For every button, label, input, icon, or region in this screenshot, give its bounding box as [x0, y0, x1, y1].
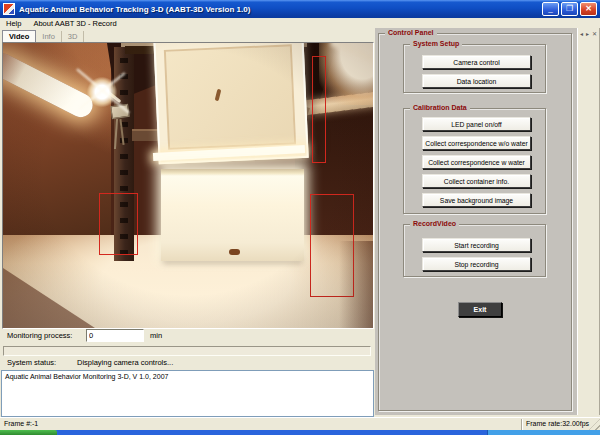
video-feed: [2, 42, 374, 329]
frame-number: Frame #:-1: [4, 420, 38, 427]
menu-help[interactable]: Help: [0, 19, 27, 28]
exit-button[interactable]: Exit: [458, 302, 502, 317]
resize-grip[interactable]: [589, 419, 600, 430]
collect-correspondence-w-water-button[interactable]: Collect correspondence w water: [422, 155, 531, 169]
camera-control-button[interactable]: Camera control: [422, 55, 531, 69]
title-bar: Aquatic Animal Behavior Tracking 3-D (AA…: [0, 0, 600, 18]
tab-strip: Video Info 3D: [2, 29, 84, 42]
collect-correspondence-wo-water-button[interactable]: Collect correspondence w/o water: [422, 136, 531, 150]
maximize-button[interactable]: ❐: [561, 2, 578, 16]
monitoring-unit: min: [150, 331, 162, 340]
tracking-region: [312, 56, 326, 163]
panel-next-icon[interactable]: ▸: [586, 30, 589, 37]
app-icon: [3, 3, 15, 15]
frame-rate: Frame rate:32.00fps: [526, 420, 589, 427]
tab-video[interactable]: Video: [2, 30, 36, 42]
minimize-button[interactable]: _: [542, 2, 559, 16]
app-window: Aquatic Animal Behavior Tracking 3-D (AA…: [0, 0, 600, 435]
led-panel-button[interactable]: LED panel on/off: [422, 117, 531, 131]
menu-bar: Help About AABT 3D - Record: [0, 18, 600, 28]
stop-recording-button[interactable]: Stop recording: [422, 257, 531, 271]
tab-info[interactable]: Info: [36, 31, 62, 42]
tracking-region: [310, 194, 354, 297]
panel-prev-icon[interactable]: ◂: [580, 30, 583, 37]
version-log: Aquatic Animal Behavior Monitoring 3-D, …: [1, 370, 374, 417]
tab-3d[interactable]: 3D: [62, 31, 85, 42]
save-background-image-button[interactable]: Save background image: [422, 193, 531, 207]
tracking-region: [99, 193, 138, 255]
scene-tank: [161, 169, 304, 261]
close-button[interactable]: ✕: [580, 2, 597, 16]
window-title: Aquatic Animal Behavior Tracking 3-D (AA…: [19, 5, 542, 14]
progress-bar: [3, 346, 371, 356]
control-panel-dock: Control Panel System Setup Camera contro…: [375, 28, 577, 415]
monitoring-input[interactable]: [86, 329, 144, 342]
panel-close-icon[interactable]: ✕: [592, 30, 597, 37]
status-bar: Frame #:-1 Frame rate:32.00fps: [0, 417, 600, 430]
dock-strip: ◂ ▸ ✕: [577, 28, 600, 415]
system-status-label: System status:: [7, 358, 56, 367]
system-tray: [487, 430, 600, 435]
taskbar: [0, 430, 600, 435]
start-button[interactable]: [0, 430, 57, 435]
system-status-value: Displaying camera controls...: [77, 358, 173, 367]
data-location-button[interactable]: Data location: [422, 74, 531, 88]
start-recording-button[interactable]: Start recording: [422, 238, 531, 252]
control-panel-title: Control Panel: [385, 29, 437, 36]
monitoring-label: Monitoring process:: [7, 331, 72, 340]
menu-about[interactable]: About AABT 3D - Record: [27, 19, 122, 28]
collect-container-info-button[interactable]: Collect container info.: [422, 174, 531, 188]
